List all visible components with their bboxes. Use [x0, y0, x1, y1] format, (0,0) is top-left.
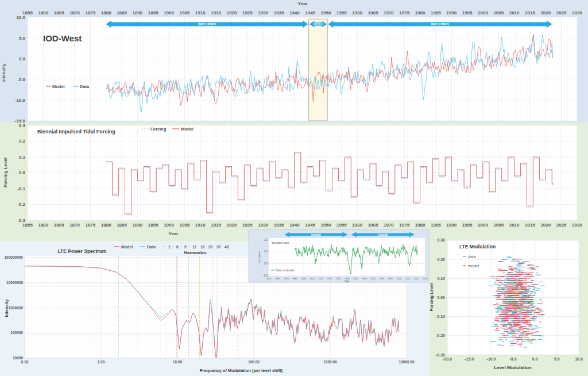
svg-text:1865: 1865 [54, 10, 64, 16]
svg-text:10.0: 10.0 [575, 357, 583, 361]
svg-text:100000: 100000 [10, 331, 23, 335]
svg-text:1000.00: 1000.00 [323, 360, 337, 364]
svg-text:0.10: 0.10 [437, 277, 445, 281]
legend-model: Model [52, 84, 65, 89]
svg-text:1880: 1880 [101, 222, 111, 228]
svg-text:1875: 1875 [85, 10, 95, 16]
legend-harmonic-45: 45 [225, 245, 229, 249]
svg-text:1990: 1990 [446, 10, 457, 16]
legend-harmonic-6: 6 [176, 245, 179, 249]
inset-y-axis-title: Correlation [258, 251, 261, 263]
svg-text:1935: 1935 [274, 222, 284, 228]
lte-modulation-chart[interactable]: LTE Modulationdatamodel0.300.200.100.00-… [430, 227, 588, 376]
legend-model: model [468, 264, 479, 268]
intensity-axis-title: Intensity [1, 63, 6, 82]
svg-text:100.00: 100.00 [248, 360, 260, 364]
forcing-level-axis-title: Forcing Level [430, 283, 434, 312]
svg-text:1940: 1940 [289, 10, 300, 16]
svg-text:0.3: 0.3 [19, 123, 26, 128]
year-axis-title: Year [169, 231, 179, 236]
svg-text:0.10: 0.10 [21, 360, 29, 364]
svg-text:10000000: 10000000 [6, 281, 23, 285]
svg-text:1890: 1890 [301, 277, 307, 280]
iod-west-chart[interactable]: Year185518601865187018751880188518901895… [0, 0, 588, 122]
svg-text:1850: 1850 [266, 277, 272, 280]
svg-text:1940: 1940 [289, 222, 300, 228]
svg-text:0.5: 0.5 [264, 250, 268, 253]
svg-text:1980: 1980 [379, 277, 385, 280]
svg-text:1910: 1910 [318, 277, 324, 280]
range-arrow-label: include [311, 233, 321, 236]
svg-text:1925: 1925 [242, 10, 253, 16]
intensity-axis-title: Intensity [4, 299, 9, 317]
svg-text:5.0: 5.0 [554, 357, 560, 361]
svg-text:0.0: 0.0 [19, 56, 26, 62]
svg-text:10.0: 10.0 [16, 15, 25, 20]
forcing-title: Biennial Impulsed Tidal Forcing [37, 129, 115, 135]
svg-text:1925: 1925 [242, 222, 253, 228]
svg-text:1885: 1885 [117, 10, 127, 16]
excluded-band [308, 19, 327, 121]
svg-text:1900: 1900 [164, 10, 174, 16]
iod-plot-area [28, 17, 577, 121]
spectrum-title: LTE Power Spectrum [58, 248, 107, 254]
svg-text:0.00: 0.00 [437, 296, 445, 300]
svg-text:2000: 2000 [396, 277, 402, 280]
svg-text:1000000: 1000000 [9, 306, 24, 310]
modulation-x-tick-labels: -20.0-15.0-10.0-5.00.05.010.0 [443, 357, 583, 361]
legend-harmonic-20: 20 [208, 245, 213, 249]
svg-text:0.0: 0.0 [19, 170, 26, 175]
inset-x-axis-title: Year [344, 280, 350, 283]
svg-text:10000.00: 10000.00 [399, 360, 414, 364]
svg-text:100000000: 100000000 [4, 255, 23, 259]
modulation-y-axis-title: Forcing Level [430, 283, 434, 312]
svg-text:1960: 1960 [352, 10, 362, 16]
svg-text:2015: 2015 [525, 10, 535, 16]
svg-text:1945: 1945 [305, 222, 315, 228]
svg-text:1900: 1900 [164, 222, 174, 228]
svg-text:1930: 1930 [258, 222, 268, 228]
spectrum-x-axis-title: Frequency of Modulation (per level shift… [200, 368, 283, 373]
svg-text:-10.0: -10.0 [486, 357, 496, 361]
legend-harmonic-9: 9 [184, 245, 187, 249]
tidal-forcing-chart[interactable]: Biennial Impulsed Tidal ForcingForcingMo… [0, 122, 588, 241]
svg-text:1915: 1915 [211, 10, 221, 16]
svg-text:1860: 1860 [275, 277, 281, 280]
svg-text:1920: 1920 [327, 277, 332, 280]
window-correlation-chart[interactable]: includeincludeWindow corr1.00.50.0-0.5Co… [248, 229, 430, 283]
svg-text:1975: 1975 [399, 10, 409, 16]
svg-text:-20.0: -20.0 [443, 357, 452, 361]
svg-text:1935: 1935 [274, 10, 284, 16]
legend-harmonic-18: 18 [200, 245, 205, 249]
svg-text:1890: 1890 [133, 222, 143, 228]
legend-harmonic-39: 39 [216, 245, 221, 249]
svg-text:1860: 1860 [38, 222, 48, 228]
inset-inner-label: Window corr [272, 241, 289, 244]
spectrum-y-axis-title: Intensity [4, 299, 9, 317]
svg-text:-0.1: -0.1 [17, 186, 25, 191]
svg-text:1920: 1920 [227, 222, 237, 228]
frequency-axis-title: Frequency of Modulation (per level shift… [200, 368, 283, 373]
legend-harmonic-1: 1 [168, 245, 171, 249]
svg-text:1970: 1970 [384, 10, 394, 16]
svg-text:1870: 1870 [284, 277, 289, 280]
svg-text:1870: 1870 [69, 10, 80, 16]
svg-text:2010: 2010 [509, 10, 520, 16]
forcing-level-axis-title: Forcing Level [3, 158, 8, 187]
svg-text:1990: 1990 [388, 277, 393, 280]
year-axis-title: Year [298, 1, 308, 6]
svg-text:-0.2: -0.2 [17, 202, 25, 207]
legend-harmonic-12: 12 [192, 245, 197, 249]
svg-text:1965: 1965 [368, 10, 378, 16]
svg-text:2025: 2025 [556, 10, 567, 16]
svg-text:1945: 1945 [305, 10, 315, 16]
svg-text:2030: 2030 [572, 10, 582, 16]
svg-text:1970: 1970 [384, 222, 394, 228]
svg-text:-5.0: -5.0 [17, 77, 25, 82]
svg-text:-5.0: -5.0 [509, 357, 516, 361]
legend-data: data [468, 255, 476, 259]
svg-text:10.00: 10.00 [173, 360, 183, 364]
svg-text:2020: 2020 [413, 277, 419, 280]
svg-text:1910: 1910 [195, 10, 206, 16]
year-axis-title: Year [344, 280, 350, 283]
